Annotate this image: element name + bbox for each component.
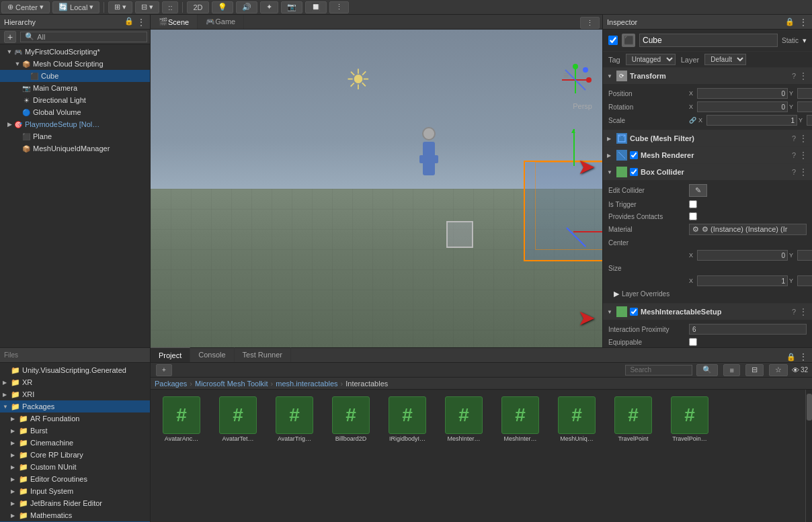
bottom-more-icon[interactable]: ⋮ [799, 351, 808, 362]
scale-x[interactable] [706, 115, 797, 126]
mesh-renderer-checkbox[interactable] [630, 151, 638, 159]
audio-button[interactable]: 🔊 [236, 1, 257, 13]
hier-item-globalvolume[interactable]: 🔵 Global Volume [0, 106, 150, 118]
file-item-avataranc[interactable]: # AvatarAnc… [155, 394, 208, 445]
scene-menu-button[interactable]: ⋮ [580, 17, 600, 29]
file-item-meshinter1[interactable]: # MeshInter… [437, 394, 491, 445]
more-button[interactable]: ⋮ [329, 1, 349, 13]
fx-button[interactable]: ✦ [260, 1, 278, 13]
tree-item-ar-foundation[interactable]: ▶ 📁 AR Foundation [0, 412, 150, 425]
hier-item-meshunique[interactable]: 📦 MeshUniqueIdManager [0, 142, 150, 155]
tab-scene[interactable]: 🎬 Scene [151, 15, 198, 29]
center-x[interactable] [697, 250, 788, 261]
file-item-meshuniq[interactable]: # MeshUniq… [550, 394, 604, 445]
help-icon[interactable]: ? [792, 134, 796, 142]
material-ref[interactable]: ⚙ ⚙ (Instance) (Instance) (Ir [689, 224, 807, 235]
settings-dots[interactable]: ⋮ [799, 150, 808, 161]
tree-item-cinemachine[interactable]: ▶ 📁 Cinemachine [0, 437, 150, 449]
lock-icon[interactable]: 🔒 [124, 17, 134, 28]
breadcrumb-interactables[interactable]: Interactables [346, 380, 388, 388]
add-hierarchy-button[interactable]: + [4, 31, 16, 43]
interaction-proximity-input[interactable] [689, 324, 807, 335]
tree-item-core-rp[interactable]: ▶ 📁 Core RP Library [0, 449, 150, 461]
size-x[interactable] [697, 275, 788, 286]
help-icon[interactable]: ? [792, 72, 796, 80]
hier-item-maincamera[interactable]: 📷 Main Camera [0, 82, 150, 94]
layer-select[interactable]: Default [704, 54, 746, 65]
tree-item-xr[interactable]: ▶ 📁 XR [0, 376, 150, 388]
tree-item-editor-coroutines[interactable]: ▶ 📁 Editor Coroutines [0, 473, 150, 485]
colon-button[interactable]: :: [162, 1, 178, 13]
snap-button[interactable]: ⊟▾ [135, 1, 159, 13]
settings-dots[interactable]: ⋮ [799, 71, 808, 81]
file-item-irigidbody[interactable]: # IRigidbodyI… [380, 394, 434, 445]
file-item-meshinter2[interactable]: # MeshInter… [493, 394, 547, 445]
scene-menu-dots[interactable]: ≡ [563, 70, 569, 81]
position-x[interactable] [697, 88, 788, 99]
bottom-lock-icon[interactable]: 🔒 [786, 353, 796, 361]
tree-item-jetbrains[interactable]: ▶ 📁 JetBrains Rider Editor [0, 497, 150, 509]
hierarchy-search[interactable]: 🔍 All [20, 32, 147, 42]
mesh-interactable-checkbox[interactable] [630, 308, 638, 316]
more-icon[interactable]: ⋮ [799, 17, 808, 28]
rotation-x[interactable] [697, 101, 788, 112]
add-asset-button[interactable]: + [156, 364, 172, 376]
local-button[interactable]: 🔄 Local ▾ [52, 1, 99, 13]
tab-game[interactable]: 🎮 Game [198, 15, 244, 29]
object-active-checkbox[interactable] [608, 36, 618, 45]
grid-button[interactable]: ⊞▾ [108, 1, 132, 13]
file-item-avatartrig[interactable]: # AvatarTrig… [268, 394, 321, 445]
equippable-checkbox[interactable] [689, 338, 697, 346]
tab-console[interactable]: Console [190, 347, 234, 362]
position-y[interactable] [797, 88, 812, 99]
file-item-avatartet[interactable]: # AvatarTet… [211, 394, 265, 445]
box-collider-checkbox[interactable] [630, 168, 638, 176]
scene-viewport[interactable]: ☀ ▲ [151, 30, 602, 347]
settings-dots[interactable]: ⋮ [799, 306, 808, 317]
hier-item-playmodesetup[interactable]: ▶ 🎯 PlaymodeSetup [Nol… [0, 118, 150, 130]
mesh-renderer-header[interactable]: ▶ Mesh Renderer ? ⋮ [603, 147, 812, 163]
is-trigger-checkbox[interactable] [689, 200, 697, 208]
settings-dots[interactable]: ⋮ [799, 167, 808, 177]
tree-item-unity-visual[interactable]: 📁 Unity.VisualScripting.Generated [0, 364, 150, 376]
project-search-input[interactable] [625, 365, 692, 376]
transform-header[interactable]: ▼ ⟳ Transform ? ⋮ [603, 68, 812, 84]
tree-item-packages[interactable]: ▼ 📁 Packages [0, 400, 150, 412]
star-button[interactable]: ☆ [769, 364, 788, 376]
camera-button[interactable]: 📷 [281, 1, 302, 13]
object-name-input[interactable] [639, 34, 778, 47]
mesh-filter-header[interactable]: ▶ Cube (Mesh Filter) ? ⋮ [603, 130, 812, 146]
more-icon[interactable]: ⋮ [136, 17, 146, 28]
scale-y[interactable] [807, 115, 812, 126]
tree-item-custom-nunit[interactable]: ▶ 📁 Custom NUnit [0, 461, 150, 473]
layer-overrides-row[interactable]: ▶ Layer Overrides [608, 288, 807, 300]
breadcrumb-packages[interactable]: Packages [155, 380, 187, 388]
hier-item-cube[interactable]: ⬛ Cube [0, 70, 150, 82]
hier-item-meshcloud[interactable]: ▼ 📦 Mesh Cloud Scripting [0, 58, 150, 70]
center-button[interactable]: ⊕ Center ▾ [1, 1, 50, 13]
tree-item-burst[interactable]: ▶ 📁 Burst [0, 425, 150, 437]
lock-icon[interactable]: 🔒 [785, 17, 795, 26]
edit-collider-button[interactable]: ✎ [689, 184, 707, 197]
rotation-y[interactable] [797, 101, 812, 112]
toggle-button[interactable]: ⊟ [745, 364, 764, 376]
box-collider-header[interactable]: ▼ Box Collider ? ⋮ [603, 164, 812, 180]
hier-item-dirlight[interactable]: ☀ Directional Light [0, 94, 150, 106]
hier-item-plane[interactable]: ⬛ Plane [0, 130, 150, 142]
tab-test-runner[interactable]: Test Runner [235, 347, 291, 362]
mesh-interactable-header[interactable]: ▼ MeshInteractableSetup ? ⋮ [603, 304, 812, 320]
breadcrumb-mesh-interactables[interactable]: mesh.interactables [276, 380, 337, 388]
center-y[interactable] [797, 250, 812, 261]
help-icon[interactable]: ? [792, 151, 796, 159]
tree-item-input-system[interactable]: ▶ 📁 Input System [0, 485, 150, 497]
size-y[interactable] [797, 275, 812, 286]
gizmo-button[interactable]: 🔲 [305, 1, 327, 13]
hier-item-myfirstcloud[interactable]: ▼ 🎮 MyFirstCloudScripting* [0, 46, 150, 58]
help-icon[interactable]: ? [792, 168, 796, 176]
help-icon[interactable]: ? [792, 308, 796, 316]
2d-button[interactable]: 2D [187, 1, 208, 13]
filter-button[interactable]: ≡ [723, 364, 739, 376]
settings-dots[interactable]: ⋮ [799, 133, 808, 144]
tree-item-mathematics[interactable]: ▶ 📁 Mathematics [0, 509, 150, 521]
breadcrumb-mesh-toolkit[interactable]: Microsoft Mesh Toolkit [195, 380, 268, 388]
